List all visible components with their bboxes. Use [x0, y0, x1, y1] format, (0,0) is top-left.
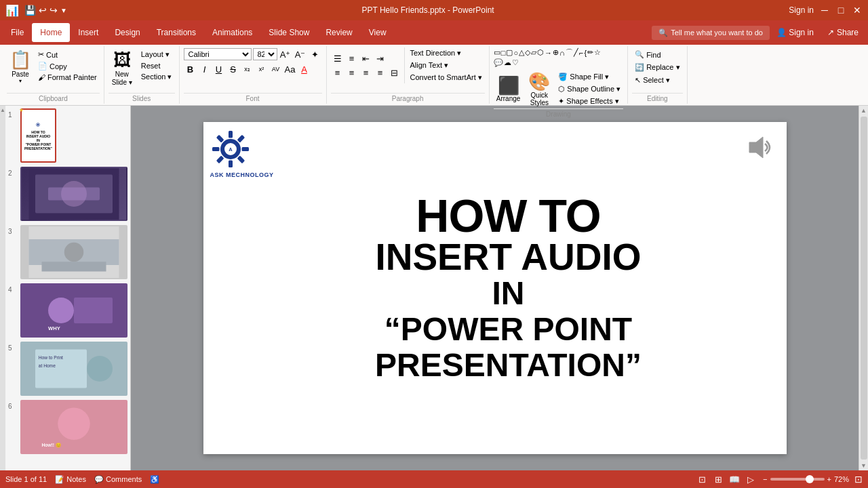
increase-font-button[interactable]: A⁺	[279, 47, 292, 61]
clear-formatting-button[interactable]: ✦	[309, 47, 322, 61]
align-center-button[interactable]: ≡	[345, 66, 359, 79]
change-case-button[interactable]: Aa	[283, 62, 297, 76]
slide-thumb-6[interactable]: How!! 😊	[20, 400, 127, 454]
slide-item-3[interactable]: 3	[8, 225, 127, 279]
bold-button[interactable]: B	[184, 62, 197, 76]
select-button[interactable]: ↖ Select ▾	[632, 75, 682, 86]
quick-styles-button[interactable]: 🎨 Quick Styles	[526, 69, 553, 108]
numbering-button[interactable]: ≡	[345, 52, 359, 65]
char-spacing-button[interactable]: AV	[269, 62, 283, 76]
paste-button[interactable]: 📋 Paste ▾	[7, 47, 34, 85]
section-button[interactable]: Section ▾	[138, 71, 175, 83]
slide-thumb-4[interactable]: WHY	[20, 283, 127, 338]
left-scrollbar[interactable]: ▲	[0, 106, 5, 470]
align-left-button[interactable]: ≡	[331, 66, 344, 79]
shape-outline-button[interactable]: ⬡ Shape Outline ▾	[555, 83, 623, 95]
shape-fill-button[interactable]: 🪣 Shape Fill ▾	[555, 71, 623, 83]
shape-round-icon[interactable]: ▢	[506, 48, 513, 57]
save-icon[interactable]: 💾	[24, 5, 36, 16]
shape-triangle-icon[interactable]: △	[519, 48, 524, 57]
menu-slideshow[interactable]: Slide Show	[260, 23, 317, 42]
align-text-button[interactable]: Align Text ▾	[408, 60, 485, 71]
shape-line-icon[interactable]: ╱	[574, 48, 578, 57]
format-painter-button[interactable]: 🖌 Format Painter	[35, 72, 100, 83]
comments-button[interactable]: 💬 Comments	[94, 475, 142, 484]
right-scrollbar[interactable]: ▲ ▼	[859, 106, 868, 470]
shape-callout-icon[interactable]: 💬	[494, 58, 503, 67]
shape-rect-icon[interactable]: ▭	[494, 48, 500, 57]
slide-item-6[interactable]: 6 How!! 😊	[8, 400, 127, 454]
slide-thumb-2[interactable]	[20, 167, 127, 221]
normal-view-button[interactable]: ⊡	[695, 472, 709, 486]
menu-transitions[interactable]: Transitions	[149, 23, 204, 42]
reading-view-button[interactable]: 📖	[728, 472, 741, 486]
new-slide-button[interactable]: 🖼 New Slide ▾	[108, 47, 136, 87]
menu-insert[interactable]: Insert	[70, 23, 106, 42]
menu-home[interactable]: Home	[32, 23, 70, 42]
menu-design[interactable]: Design	[106, 23, 148, 42]
column-button[interactable]: ⊟	[388, 66, 401, 79]
shape-freeform-icon[interactable]: ✏	[587, 48, 593, 57]
layout-button[interactable]: Layout ▾	[138, 49, 175, 60]
font-color-button[interactable]: A	[298, 62, 311, 76]
shape-arc-icon[interactable]: ∩	[559, 49, 565, 57]
bullets-button[interactable]: ☰	[331, 52, 344, 65]
zoom-in-button[interactable]: +	[827, 475, 831, 483]
shape-rect2-icon[interactable]: □	[501, 49, 506, 57]
align-right-button[interactable]: ≡	[359, 66, 373, 79]
menu-animations[interactable]: Animations	[204, 23, 260, 42]
underline-button[interactable]: U	[212, 62, 226, 76]
shape-para-icon[interactable]: ▱	[531, 48, 536, 57]
sign-in-button[interactable]: Sign in	[789, 5, 814, 15]
maximize-button[interactable]: □	[835, 5, 846, 16]
menu-review[interactable]: Review	[317, 23, 360, 42]
shape-brace-icon[interactable]: {	[584, 49, 587, 57]
slide-thumb-3[interactable]	[20, 225, 127, 279]
shape-curve-icon[interactable]: ⌒	[566, 47, 573, 58]
shape-star-icon[interactable]: ☆	[594, 48, 601, 57]
minimize-button[interactable]: ─	[819, 5, 830, 16]
find-button[interactable]: 🔍 Find	[632, 49, 682, 60]
font-name-select[interactable]: Calibri	[184, 48, 252, 60]
shape-heart-icon[interactable]: ♡	[512, 58, 519, 67]
share-button[interactable]: ↗ Share	[821, 25, 865, 40]
slideshow-button[interactable]: ▷	[744, 472, 757, 486]
shape-ellipse-icon[interactable]: ○	[513, 49, 518, 57]
redo-icon[interactable]: ↪	[50, 5, 58, 16]
zoom-slider[interactable]	[770, 478, 825, 481]
tell-me-input[interactable]: 🔍 Tell me what you want to do	[652, 26, 770, 40]
reset-button[interactable]: Reset	[138, 60, 175, 71]
strikethrough-button[interactable]: S	[226, 62, 240, 76]
font-size-select[interactable]: 82	[253, 48, 277, 60]
close-button[interactable]: ✕	[852, 5, 863, 16]
slide-item-4[interactable]: 4 WHY	[8, 283, 127, 338]
cut-button[interactable]: ✂ Cut	[35, 49, 100, 60]
zoom-out-button[interactable]: −	[763, 475, 767, 483]
menu-view[interactable]: View	[361, 23, 395, 42]
fit-slide-button[interactable]: ⊡	[854, 474, 863, 485]
menu-file[interactable]: File	[3, 23, 32, 42]
copy-button[interactable]: 📄 Copy	[35, 60, 100, 72]
shape-more-icon[interactable]: ⊕	[553, 48, 559, 57]
shape-hexagon-icon[interactable]: ⬡	[537, 48, 544, 57]
notes-button[interactable]: 📝 Notes	[55, 475, 86, 484]
shape-bracket-icon[interactable]: ⌐	[579, 49, 583, 57]
slide-thumb-1[interactable]: HOW TOINSERT AUDIOIN"POWER POINTPRESENTA…	[20, 108, 56, 163]
accessibility-button[interactable]: ♿	[150, 475, 159, 484]
customize-qa-icon[interactable]: ▼	[60, 7, 67, 14]
subscript-button[interactable]: x₂	[241, 62, 254, 76]
sign-in-menu-button[interactable]: 👤 Sign in	[770, 25, 821, 40]
convert-smartart-button[interactable]: Convert to SmartArt ▾	[408, 72, 485, 83]
replace-button[interactable]: 🔄 Replace ▾	[632, 62, 682, 73]
shape-diamond-icon[interactable]: ◇	[525, 48, 530, 57]
italic-button[interactable]: I	[198, 62, 212, 76]
decrease-indent-button[interactable]: ⇤	[359, 52, 373, 65]
slide-canvas[interactable]: A ASK MECHNOLOGY HOW TO INSERT AUDIO IN“…	[203, 122, 787, 454]
slide-sorter-button[interactable]: ⊞	[711, 472, 725, 486]
justify-button[interactable]: ≡	[374, 66, 387, 79]
slide-thumb-5[interactable]: How to Print at Home	[20, 342, 127, 396]
slide-item-2[interactable]: 2	[8, 167, 127, 221]
arrange-button[interactable]: ⬛ Arrange	[494, 73, 524, 104]
shape-cloud-icon[interactable]: ☁	[504, 58, 511, 67]
decrease-font-button[interactable]: A⁻	[294, 47, 307, 61]
